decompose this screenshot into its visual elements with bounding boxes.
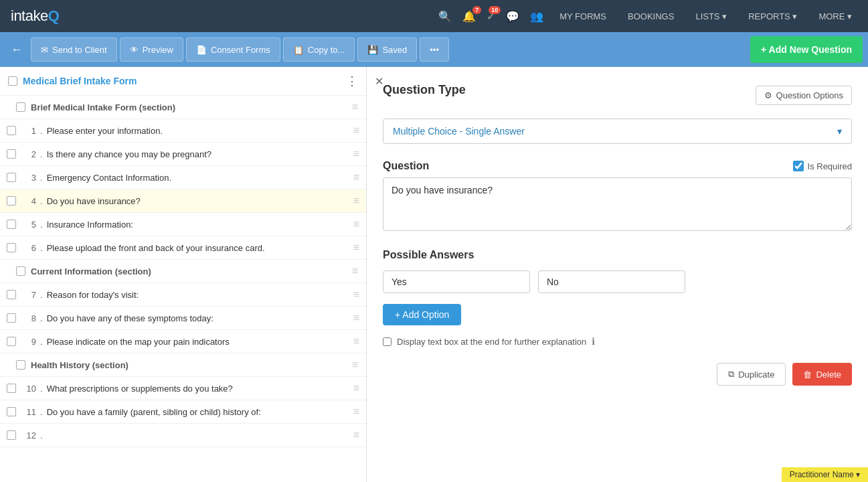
chat-button[interactable]: 💬 xyxy=(506,10,519,23)
is-required-checkbox[interactable] xyxy=(793,161,804,171)
reports-link[interactable]: REPORTS ▾ xyxy=(743,9,802,24)
q5-drag-handle[interactable]: ≡ xyxy=(353,218,359,230)
q2-drag-handle[interactable]: ≡ xyxy=(353,148,359,160)
q12-checkbox[interactable] xyxy=(7,430,16,440)
section-checkbox[interactable] xyxy=(16,102,25,112)
q6-drag-handle[interactable]: ≡ xyxy=(353,242,359,254)
current-section-label: Current Information (section) xyxy=(31,266,347,276)
q8-drag-handle[interactable]: ≡ xyxy=(353,312,359,324)
delete-button[interactable]: 🗑 Delete xyxy=(792,363,852,386)
q3-number: 3 xyxy=(20,173,36,183)
practitioner-badge[interactable]: Practitioner Name ▾ xyxy=(782,467,868,482)
app-logo: intakeQ xyxy=(11,7,59,25)
q8-number: 8 xyxy=(20,313,36,323)
trash-icon: 🗑 xyxy=(803,370,812,380)
q6-checkbox[interactable] xyxy=(7,243,16,252)
drag-handle-icon[interactable]: ≡ xyxy=(352,101,358,113)
q11-checkbox[interactable] xyxy=(7,407,16,416)
is-required-label: Is Required xyxy=(793,161,852,171)
current-section-checkbox[interactable] xyxy=(16,266,25,276)
question-item-1[interactable]: 1 . Please enter your information. ≡ xyxy=(0,119,366,143)
notifications-button[interactable]: 🔔 7 xyxy=(462,10,476,23)
question-item-6[interactable]: 6 . Please upload the front and back of … xyxy=(0,236,366,260)
question-section-label: Question xyxy=(383,160,429,172)
health-section-label: Health History (section) xyxy=(31,360,347,370)
q8-checkbox[interactable] xyxy=(7,313,16,323)
q11-drag-handle[interactable]: ≡ xyxy=(353,406,359,418)
nav-icons: 🔍 🔔 7 ✓ 10 💬 👥 MY FORMS BOOKINGS LISTS ▾… xyxy=(438,9,857,24)
q4-text: Do you have insurance? xyxy=(47,196,349,206)
main-layout: Medical Brief Intake Form ⋮ Brief Medica… xyxy=(0,67,868,482)
q3-checkbox[interactable] xyxy=(7,173,16,182)
question-item-4[interactable]: 4 . Do you have insurance? ≡ xyxy=(0,189,366,213)
q5-number: 5 xyxy=(20,220,36,230)
question-item-8[interactable]: 8 . Do you have any of these symptoms to… xyxy=(0,307,366,330)
q7-drag-handle[interactable]: ≡ xyxy=(353,289,359,301)
duplicate-button[interactable]: ⧉ Duplicate xyxy=(717,363,786,386)
question-item-12[interactable]: 12 . ≡ xyxy=(0,424,366,447)
question-text-input[interactable]: Do you have insurance? xyxy=(383,177,852,231)
gear-icon: ⚙ xyxy=(764,90,772,100)
q7-checkbox[interactable] xyxy=(7,290,16,299)
toolbar: ← ✉ Send to Client 👁 Preview 📄 Consent F… xyxy=(0,32,868,67)
q12-drag-handle[interactable]: ≡ xyxy=(353,429,359,441)
question-type-heading: Question Type xyxy=(383,83,466,97)
right-panel: ✕ Question Type ⚙ Question Options Multi… xyxy=(367,67,868,482)
question-options-button[interactable]: ⚙ Question Options xyxy=(756,86,852,105)
question-item-9[interactable]: 9 . Please indicate on the map your pain… xyxy=(0,330,366,353)
form-select-checkbox[interactable] xyxy=(8,76,17,86)
more-link[interactable]: MORE ▾ xyxy=(813,9,857,24)
lists-link[interactable]: LISTS ▾ xyxy=(690,9,732,24)
q10-drag-handle[interactable]: ≡ xyxy=(353,382,359,394)
q1-checkbox[interactable] xyxy=(7,126,16,135)
tasks-button[interactable]: ✓ 10 xyxy=(487,10,495,23)
answer-input-yes[interactable] xyxy=(383,270,530,293)
q4-checkbox[interactable] xyxy=(7,196,16,206)
question-item-7[interactable]: 7 . Reason for today's visit: ≡ xyxy=(0,283,366,307)
q8-text: Do you have any of these symptoms today: xyxy=(47,313,349,323)
q9-checkbox[interactable] xyxy=(7,337,16,346)
q1-drag-handle[interactable]: ≡ xyxy=(353,125,359,137)
form-menu-button[interactable]: ⋮ xyxy=(346,74,358,88)
q10-text: What prescriptions or supplements do you… xyxy=(47,384,349,394)
add-new-question-button[interactable]: + Add New Question xyxy=(750,36,863,63)
consent-forms-button[interactable]: 📄 Consent Forms xyxy=(186,37,280,62)
q4-number: 4 xyxy=(20,196,36,206)
top-navigation: intakeQ 🔍 🔔 7 ✓ 10 💬 👥 MY FORMS BOOKINGS… xyxy=(0,0,868,32)
q9-drag-handle[interactable]: ≡ xyxy=(353,335,359,347)
users-button[interactable]: 👥 xyxy=(530,10,543,23)
question-item-11[interactable]: 11 . Do you have a family (parent, sibli… xyxy=(0,400,366,424)
question-item-10[interactable]: 10 . What prescriptions or supplements d… xyxy=(0,377,366,400)
q1-text: Please enter your information. xyxy=(47,126,349,136)
question-item-5[interactable]: 5 . Insurance Information: ≡ xyxy=(0,213,366,236)
answer-input-no[interactable] xyxy=(538,270,685,293)
my-forms-link[interactable]: MY FORMS xyxy=(554,9,612,24)
send-to-client-button[interactable]: ✉ Send to Client xyxy=(31,37,117,62)
q12-number: 12 xyxy=(20,430,36,440)
q3-drag-handle[interactable]: ≡ xyxy=(353,171,359,183)
q2-checkbox[interactable] xyxy=(7,149,16,159)
question-item-2[interactable]: 2 . Is there any chance you may be pregn… xyxy=(0,143,366,166)
q9-number: 9 xyxy=(20,337,36,347)
add-option-button[interactable]: + Add Option xyxy=(383,304,461,325)
question-type-selector[interactable]: Multiple Choice - Single Answer ▾ xyxy=(383,118,852,144)
q5-checkbox[interactable] xyxy=(7,220,16,229)
preview-button[interactable]: 👁 Preview xyxy=(120,37,183,62)
sidebar-header: Medical Brief Intake Form ⋮ xyxy=(0,67,366,96)
search-button[interactable]: 🔍 xyxy=(438,10,452,23)
email-icon: ✉ xyxy=(41,45,48,55)
saved-button[interactable]: 💾 Saved xyxy=(357,37,417,62)
question-item-3[interactable]: 3 . Emergency Contact Information. ≡ xyxy=(0,166,366,189)
q4-drag-handle[interactable]: ≡ xyxy=(353,195,359,207)
health-section-checkbox[interactable] xyxy=(16,360,25,370)
health-section-drag[interactable]: ≡ xyxy=(352,359,358,371)
display-textbox-checkbox[interactable] xyxy=(383,337,392,346)
q3-text: Emergency Contact Information. xyxy=(47,173,349,183)
close-panel-button[interactable]: ✕ xyxy=(375,75,383,88)
copy-to-button[interactable]: 📋 Copy to... xyxy=(283,37,355,62)
back-button[interactable]: ← xyxy=(5,40,28,60)
current-section-drag[interactable]: ≡ xyxy=(352,265,358,277)
bookings-link[interactable]: BOOKINGS xyxy=(622,9,679,24)
more-options-button[interactable]: ••• xyxy=(420,37,449,62)
q10-checkbox[interactable] xyxy=(7,384,16,393)
